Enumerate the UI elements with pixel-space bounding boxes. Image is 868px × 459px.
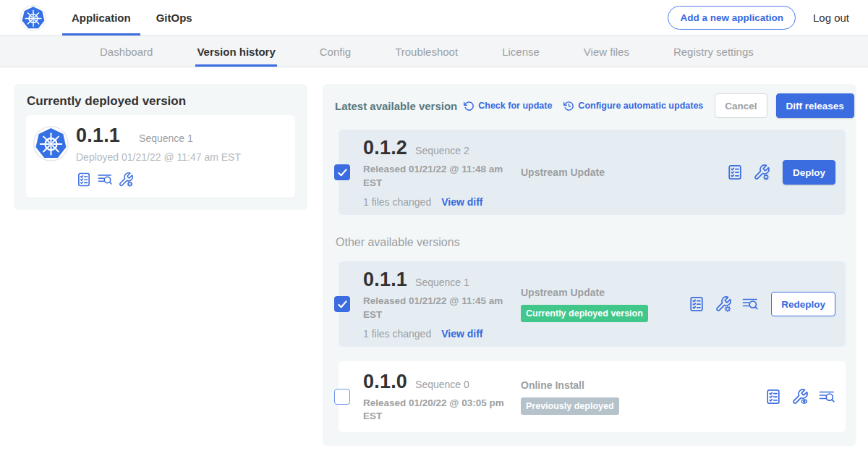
- wrench-eye-icon[interactable]: [791, 388, 809, 405]
- version-source-label: Online Install: [521, 379, 765, 391]
- released-timezone: EST: [363, 177, 521, 190]
- other-versions-title: Other available versions: [336, 236, 846, 249]
- version-checkbox[interactable]: [334, 389, 350, 405]
- deployed-timestamp: Deployed 01/21/22 @ 11:47 am EST: [76, 151, 241, 163]
- row-actions: Redeploy: [688, 292, 835, 316]
- check-for-update-link[interactable]: Check for update: [464, 101, 552, 111]
- subnav-item-version-history[interactable]: Version history: [197, 36, 275, 67]
- subnav-item-registry-settings[interactable]: Registry settings: [673, 36, 754, 67]
- deployed-version-card: 0.1.1 Sequence 1 Deployed 01/21/22 @ 11:…: [26, 115, 295, 198]
- troubleshoot-icon[interactable]: [118, 172, 134, 188]
- sequence-label: Sequence 2: [415, 145, 469, 156]
- version-history-panel: Latest available version Check for updat…: [323, 84, 856, 446]
- preflight-checks-icon[interactable]: [726, 164, 744, 181]
- released-timestamp: Released 01/20/22 @ 03:05 pm: [363, 397, 521, 410]
- redeploy-button[interactable]: Redeploy: [771, 292, 835, 316]
- version-checkbox[interactable]: [334, 296, 350, 312]
- version-source-label: Upstream Update: [521, 167, 726, 178]
- header-actions: Cancel Diff releases: [715, 93, 854, 118]
- diff-releases-button[interactable]: Diff releases: [776, 93, 854, 118]
- app-icon: [33, 126, 69, 161]
- app-subnav: DashboardVersion historyConfigTroublesho…: [0, 36, 868, 67]
- row-actions: Deploy: [726, 160, 835, 185]
- view-files-icon[interactable]: [741, 295, 759, 313]
- version-row: 0.1.1 Sequence 1 Released 01/21/22 @ 11:…: [339, 261, 846, 347]
- troubleshoot-icon[interactable]: [753, 164, 770, 181]
- subnav-item-license[interactable]: License: [502, 36, 540, 67]
- currently-deployed-panel: Currently deployed version 0.1.1 Sequenc…: [14, 84, 307, 210]
- view-files-icon[interactable]: [97, 172, 113, 188]
- subnav-item-view-files[interactable]: View files: [584, 36, 629, 67]
- subnav-item-dashboard[interactable]: Dashboard: [100, 36, 153, 67]
- deployed-sequence-label: Sequence 1: [139, 132, 193, 144]
- status-badge: Previously deployed: [521, 397, 619, 415]
- logout-link[interactable]: Log out: [813, 12, 849, 24]
- troubleshoot-icon[interactable]: [715, 295, 732, 313]
- top-header: Application GitOps Add a new application…: [0, 0, 868, 36]
- configure-automatic-updates-link[interactable]: Configure automatic updates: [563, 101, 703, 111]
- preflight-checks-icon[interactable]: [688, 295, 705, 313]
- version-row: 0.1.0 Sequence 0 Released 01/20/22 @ 03:…: [339, 361, 846, 432]
- subnav-item-troubleshoot[interactable]: Troubleshoot: [395, 36, 458, 67]
- tab-gitops[interactable]: GitOps: [147, 0, 202, 35]
- latest-available-title: Latest available version: [335, 100, 457, 112]
- main-content: Currently deployed version 0.1.1 Sequenc…: [0, 67, 868, 446]
- status-badge: Currently deployed version: [521, 305, 648, 322]
- released-timezone: EST: [363, 308, 521, 321]
- files-changed-label: 1 files changed: [363, 196, 431, 208]
- version-checkbox[interactable]: [334, 164, 350, 180]
- tab-application[interactable]: Application: [62, 0, 140, 35]
- released-timestamp: Released 01/21/22 @ 11:48 am: [363, 163, 521, 176]
- app-tabs: Application GitOps: [62, 0, 208, 35]
- released-timezone: EST: [363, 410, 521, 423]
- deployed-panel-title: Currently deployed version: [27, 94, 295, 109]
- topbar-right: Add a new application Log out: [668, 6, 849, 30]
- sequence-label: Sequence 1: [415, 277, 469, 288]
- preflight-checks-icon[interactable]: [765, 388, 782, 405]
- clock-refresh-icon: [563, 101, 574, 111]
- deployed-version-label: 0.1.1: [76, 125, 120, 147]
- kubernetes-logo: [20, 5, 46, 31]
- add-application-button[interactable]: Add a new application: [668, 6, 796, 30]
- released-timestamp: Released 01/21/22 @ 11:45 am: [363, 295, 521, 308]
- view-files-icon[interactable]: [818, 388, 835, 405]
- view-diff-link[interactable]: View diff: [441, 196, 482, 208]
- version-label: 0.1.2: [363, 137, 407, 159]
- cancel-button[interactable]: Cancel: [715, 93, 767, 118]
- version-source-label: Upstream Update: [521, 287, 688, 298]
- version-label: 0.1.1: [363, 269, 407, 291]
- refresh-icon: [464, 101, 475, 111]
- sequence-label: Sequence 0: [415, 379, 469, 390]
- row-actions: [765, 388, 835, 405]
- preflight-checks-icon[interactable]: [76, 172, 92, 188]
- files-changed-label: 1 files changed: [363, 328, 431, 340]
- deploy-button[interactable]: Deploy: [783, 160, 835, 185]
- latest-available-header: Latest available version Check for updat…: [333, 93, 846, 118]
- version-row: 0.1.2 Sequence 2 Released 01/21/22 @ 11:…: [339, 130, 846, 215]
- subnav-item-config[interactable]: Config: [320, 36, 351, 67]
- version-label: 0.1.0: [363, 371, 407, 393]
- view-diff-link[interactable]: View diff: [441, 328, 482, 340]
